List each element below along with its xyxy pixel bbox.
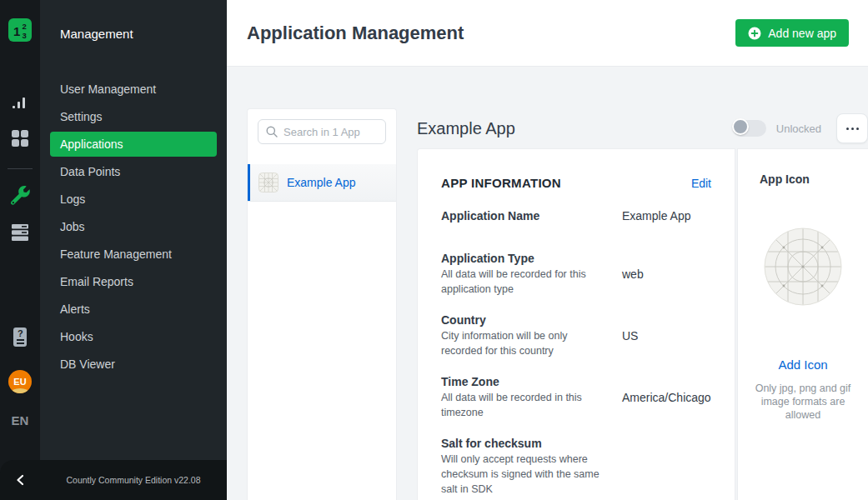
icon-formats-note: Only jpg, png and gif image formats are … (750, 382, 855, 422)
menu-item-label: Email Reports (60, 275, 133, 288)
sidebar-menu-item[interactable]: Alerts (50, 297, 217, 322)
menu-section-title: Management (40, 0, 227, 42)
menu-item-label: DB Viewer (60, 358, 115, 371)
add-new-app-button[interactable]: Add new app (735, 19, 849, 47)
lock-toggle[interactable] (733, 120, 766, 137)
field-description: All data will be recorded for this appli… (441, 267, 605, 297)
field-description: Will only accept requests where checksum… (441, 452, 605, 497)
management-menu: Management User Management Settings Appl… (40, 0, 227, 460)
plugins-grid-icon[interactable] (12, 130, 28, 147)
menu-items: User Management Settings Applications Da… (40, 77, 227, 377)
app-info-field: Time Zone All data will be recorded in t… (441, 374, 711, 420)
field-value: Example App (622, 208, 691, 224)
sidebar-menu-item[interactable]: Jobs (50, 214, 217, 239)
menu-item-label: Data Points (60, 165, 120, 178)
icon-rail: 1 2 3 (0, 0, 40, 460)
add-new-app-label: Add new app (768, 27, 836, 40)
detail-cards: APP INFORMATION Edit Application Name Ex… (417, 148, 868, 500)
menu-item-label: Jobs (60, 220, 85, 233)
add-icon-link[interactable]: Add Icon (738, 358, 868, 372)
field-label: Time Zone (441, 374, 605, 390)
more-options-button[interactable] (836, 113, 868, 143)
sidebar-menu-item[interactable]: Hooks (50, 324, 217, 349)
app-icon-placeholder (764, 228, 842, 306)
user-avatar[interactable]: EU (8, 370, 32, 393)
field-label: Application Name (441, 208, 605, 224)
field-description: City information will be only recorded f… (441, 328, 605, 358)
sidebar-menu-item[interactable]: User Management (50, 77, 217, 102)
field-value: America/Chicago (622, 374, 711, 420)
app-detail-header: Example App Unlocked (417, 108, 868, 148)
menu-item-label: Hooks (60, 330, 93, 343)
field-description: All data will be recorded in this timezo… (441, 390, 605, 420)
help-report-icon[interactable]: ? (11, 327, 29, 348)
toggle-knob (732, 118, 749, 135)
avatar-initials: EU (8, 370, 32, 393)
app-info-field: Salt for checksum Will only accept reque… (441, 436, 711, 497)
field-label: Salt for checksum (441, 436, 605, 452)
svg-text:2: 2 (23, 22, 27, 31)
search-icon (265, 125, 278, 138)
app-title: Example App (417, 119, 733, 138)
collapse-sidebar-button[interactable] (13, 472, 29, 488)
sidebar-menu-item[interactable]: Settings (50, 104, 217, 129)
sidebar-menu-item[interactable]: Logs (50, 187, 217, 212)
field-value: US (622, 312, 638, 358)
analytics-bar-chart-icon[interactable] (12, 95, 28, 110)
app-thumbnail-icon (258, 172, 278, 192)
menu-item-label: Logs (60, 192, 85, 206)
plus-circle-icon (748, 27, 761, 40)
page-title: Application Management (247, 22, 735, 44)
chevron-left-icon (15, 474, 27, 486)
sidebar-menu-item[interactable]: Email Reports (50, 269, 217, 294)
app-detail: Example App Unlocked APP (417, 108, 868, 500)
field-label: Country (441, 312, 605, 328)
sidebar-menu-item[interactable]: Feature Management (50, 242, 217, 267)
countly-logo-icon[interactable]: 1 2 3 (8, 18, 32, 42)
management-wrench-icon[interactable] (11, 186, 30, 205)
sidebar: 1 2 3 (0, 0, 227, 500)
app-name-label: Example App (287, 176, 356, 189)
field-value: web (622, 251, 644, 297)
edit-link[interactable]: Edit (691, 177, 711, 190)
lock-state-label: Unlocked (776, 122, 821, 135)
menu-item-label: Applications (60, 138, 123, 151)
app-icon-title: App Icon (738, 172, 868, 188)
sidebar-footer: Countly Community Edition v22.08 (0, 460, 227, 500)
content-area: Example App Example App Unlocked (227, 67, 868, 500)
sidebar-menu-item[interactable]: Data Points (50, 159, 217, 184)
ellipsis-icon (846, 128, 849, 130)
sidebar-menu-item[interactable]: DB Viewer (50, 352, 217, 377)
app-list-item[interactable]: Example App (248, 164, 396, 202)
language-selector[interactable]: EN (12, 413, 29, 428)
app-information-card: APP INFORMATION Edit Application Name Ex… (417, 148, 735, 500)
version-label: Countly Community Edition v22.08 (40, 475, 227, 485)
menu-item-label: Feature Management (60, 248, 172, 261)
page-header: Application Management Add new app (227, 0, 868, 67)
app-info-field: Country City information will be only re… (441, 312, 711, 358)
svg-text:?: ? (18, 328, 23, 338)
main-area: Application Management Add new app (227, 0, 868, 500)
svg-text:3: 3 (23, 31, 27, 40)
app-info-field: Application Name Example App (441, 208, 711, 224)
database-server-icon[interactable] (11, 224, 29, 241)
app-info-field: Application Type All data will be record… (441, 251, 711, 297)
app-icon-panel: App Icon (737, 148, 868, 500)
app-search (258, 119, 386, 144)
app-list-panel: Example App (247, 108, 397, 500)
rail-divider (8, 168, 33, 169)
menu-item-label: Alerts (60, 302, 90, 316)
menu-item-label: Settings (60, 110, 103, 123)
svg-text:1: 1 (13, 24, 20, 38)
application-window: 1 2 3 (0, 0, 868, 500)
sidebar-menu-item[interactable]: Applications (50, 132, 217, 157)
section-title: APP INFORMATION (441, 176, 691, 190)
field-label: Application Type (441, 251, 605, 267)
menu-item-label: User Management (60, 82, 156, 96)
